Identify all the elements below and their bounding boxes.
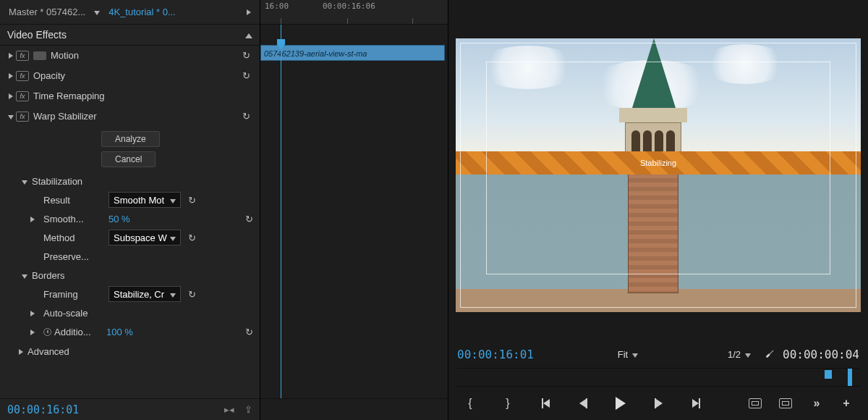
result-dropdown[interactable]: Smooth Mot <box>109 192 181 208</box>
time-remapping-effect-row[interactable]: fx Time Remapping <box>0 86 260 106</box>
playhead-icon[interactable] <box>281 25 281 398</box>
reset-icon[interactable]: ↺ <box>181 289 203 300</box>
reset-icon[interactable]: ↺ <box>238 111 254 122</box>
chevron-down-icon[interactable] <box>22 270 27 281</box>
ruler-tc-label: 00:00:16:06 <box>323 1 375 11</box>
keyframe-timeline: 16:00 00:00:16:06 057462139-aerial-view-… <box>260 0 448 420</box>
additional-scale-value[interactable]: 100 % <box>106 327 238 337</box>
master-tab[interactable]: Master * 057462... <box>4 4 90 20</box>
chevron-down-icon[interactable] <box>6 111 16 122</box>
reset-icon[interactable]: ↺ <box>238 327 260 337</box>
transport-controls: { } » + <box>448 387 868 420</box>
resolution-dropdown[interactable]: 1/2 <box>722 348 757 361</box>
param-label: Preserve... <box>43 251 109 262</box>
chevron-right-icon[interactable] <box>6 50 16 61</box>
method-param: Method Subspace W ↺ <box>0 228 260 247</box>
timeline-footer <box>260 398 448 420</box>
param-label: Smooth... <box>43 214 109 224</box>
motion-effect-row[interactable]: fx Motion ↺ <box>0 46 260 66</box>
chevron-right-icon[interactable] <box>6 91 16 101</box>
fx-badge-icon[interactable]: fx <box>16 71 29 81</box>
chevron-down-icon <box>170 289 176 300</box>
go-to-out-button[interactable] <box>687 398 705 408</box>
sequence-tab[interactable]: 4K_tutorial * 0... <box>104 4 180 20</box>
reset-icon[interactable]: ↺ <box>181 232 203 243</box>
mark-in-button[interactable]: { <box>461 397 479 410</box>
subhead-label: Advanced <box>27 346 69 357</box>
reset-icon[interactable]: ↺ <box>181 195 203 206</box>
subhead-label: Stabilization <box>32 176 82 187</box>
effect-label: Warp Stabilizer <box>33 111 238 122</box>
scrub-playhead-icon[interactable] <box>825 370 832 379</box>
reset-icon[interactable]: ↺ <box>238 50 254 61</box>
effect-controls-panel: Master * 057462... 4K_tutorial * 0... Vi… <box>0 0 260 420</box>
fx-badge-icon[interactable]: fx <box>16 91 29 101</box>
video-effects-header[interactable]: Video Effects <box>0 25 260 46</box>
chevron-down-icon <box>170 195 176 206</box>
wrench-icon[interactable] <box>764 348 775 360</box>
fx-badge-icon[interactable]: fx <box>16 51 29 61</box>
effect-label: Time Remapping <box>33 91 254 101</box>
chevron-right-icon[interactable] <box>30 327 41 337</box>
chevron-down-icon <box>745 349 751 360</box>
program-monitor-panel: Stabilizing 00:00:16:01 Fit 1/2 00:00:00… <box>448 0 868 420</box>
reset-icon[interactable]: ↺ <box>238 214 260 224</box>
monitor-info-bar: 00:00:16:01 Fit 1/2 00:00:00:04 <box>448 340 868 368</box>
framing-param: Framing Stabilize, Cr ↺ <box>0 285 260 303</box>
zoom-icon[interactable]: ▸◂ <box>224 404 234 415</box>
warp-stabilizer-effect-row[interactable]: fx Warp Stabilizer ↺ <box>0 106 260 127</box>
current-timecode[interactable]: 00:00:16:01 <box>7 403 79 416</box>
param-label: Additio... <box>54 327 106 337</box>
borders-header[interactable]: Borders <box>0 266 260 285</box>
caret-down-icon[interactable] <box>90 7 104 17</box>
opacity-effect-row[interactable]: fx Opacity ↺ <box>0 66 260 86</box>
lift-button[interactable] <box>746 397 764 410</box>
extract-button[interactable] <box>777 397 794 410</box>
chevron-right-icon[interactable] <box>19 346 23 357</box>
zoom-dropdown[interactable]: Fit <box>612 348 644 361</box>
play-button[interactable] <box>612 397 629 410</box>
chevron-down-icon[interactable] <box>22 176 27 187</box>
reset-icon[interactable]: ↺ <box>238 70 254 81</box>
out-marker-icon[interactable] <box>848 369 852 386</box>
more-button[interactable]: » <box>807 397 825 410</box>
method-dropdown[interactable]: Subspace W <box>109 230 181 245</box>
mask-icon[interactable] <box>33 51 46 60</box>
stabilization-header[interactable]: Stabilization <box>0 172 260 190</box>
chevron-right-icon[interactable] <box>30 308 41 319</box>
chevron-down-icon <box>170 232 176 243</box>
program-scrub-bar[interactable] <box>457 368 859 387</box>
collapse-icon[interactable] <box>245 29 252 41</box>
cancel-button[interactable]: Cancel <box>101 151 156 167</box>
analyze-button[interactable]: Analyze <box>101 131 160 147</box>
add-button[interactable]: + <box>838 397 855 410</box>
effects-list: fx Motion ↺ fx Opacity ↺ fx Time Remappi… <box>0 46 260 398</box>
stopwatch-icon[interactable] <box>43 328 51 336</box>
resolution-value: 1/2 <box>728 349 741 360</box>
step-back-button[interactable] <box>574 398 592 408</box>
export-icon[interactable]: ⇪ <box>244 404 252 415</box>
program-monitor[interactable]: Stabilizing <box>456 38 861 312</box>
source-tabs: Master * 057462... 4K_tutorial * 0... <box>0 0 260 25</box>
keyframe-area[interactable]: 057462139-aerial-view-st-ma <box>260 25 448 398</box>
playhead-timecode[interactable]: 00:00:16:01 <box>457 348 534 361</box>
step-forward-button[interactable] <box>650 398 667 408</box>
safe-margin-inner <box>486 62 830 274</box>
app-root: Master * 057462... 4K_tutorial * 0... Vi… <box>0 0 868 420</box>
go-to-in-button[interactable] <box>537 398 554 408</box>
time-ruler[interactable]: 16:00 00:00:16:06 <box>260 0 448 25</box>
dropdown-value: Stabilize, Cr <box>114 289 164 300</box>
framing-dropdown[interactable]: Stabilize, Cr <box>109 286 181 302</box>
clip-bar[interactable]: 057462139-aerial-view-st-ma <box>260 45 445 61</box>
smoothness-value[interactable]: 50 % <box>109 214 238 224</box>
mark-out-button[interactable]: } <box>499 397 516 410</box>
cancel-buttons: Cancel <box>0 151 260 172</box>
autoscale-param: Auto-scale <box>0 303 260 322</box>
param-label: Auto-scale <box>43 308 109 319</box>
advanced-header[interactable]: Advanced <box>0 341 260 361</box>
chevron-right-icon[interactable] <box>6 70 16 81</box>
chevron-right-icon[interactable] <box>30 214 41 224</box>
fx-badge-icon[interactable]: fx <box>16 112 29 122</box>
expand-icon[interactable] <box>242 7 255 17</box>
chevron-down-icon <box>632 349 638 360</box>
